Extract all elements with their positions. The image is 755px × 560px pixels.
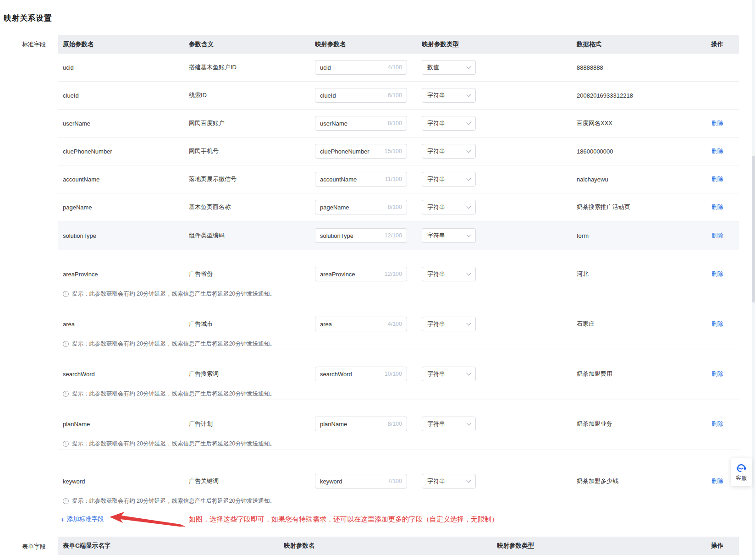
delete-button[interactable]: 删除 — [711, 320, 723, 327]
delay-hint-text: 提示：此参数获取会有约 20分钟延迟，线索信息产生后将延迟20分钟发送通知。 — [72, 290, 276, 298]
param-type-select[interactable]: 字符串 — [422, 228, 476, 243]
chevron-down-icon — [467, 121, 471, 125]
param-type-value: 字符串 — [427, 370, 445, 378]
param-type-select[interactable]: 字符串 — [422, 417, 476, 431]
original-param-name-cell: keyword — [58, 478, 189, 485]
table-row: planName广告计划8/100字符串奶茶加盟业务删除提示：此参数获取会有约 … — [58, 400, 739, 450]
param-type-cell: 字符串 — [422, 267, 577, 281]
delay-hint-text: 提示：此参数获取会有约 20分钟延迟，线索信息产生后将延迟20分钟发送通知。 — [72, 390, 276, 398]
param-type-select[interactable]: 字符串 — [422, 474, 476, 489]
add-standard-field-button[interactable]: 添加标准字段 — [61, 515, 104, 523]
headset-icon — [736, 462, 747, 473]
table-row: searchWord广告搜索词10/100字符串奶茶加盟费用删除提示：此参数获取… — [58, 350, 739, 400]
table-row-main: cluePhoneNumber网民手机号15/100字符串18600000000… — [58, 137, 739, 165]
standard-fields-gutter-label: 标准字段 — [0, 40, 46, 49]
mapped-param-cell: 10/100 — [315, 367, 422, 381]
param-type-value: 字符串 — [427, 270, 445, 278]
param-type-select[interactable]: 字符串 — [422, 200, 476, 214]
mapped-param-input[interactable] — [320, 271, 382, 278]
delete-button[interactable]: 删除 — [711, 203, 723, 210]
delete-button[interactable]: 删除 — [711, 232, 723, 239]
info-icon — [63, 391, 69, 397]
delete-button[interactable]: 删除 — [711, 420, 723, 427]
mapped-param-input-box: 12/100 — [315, 228, 407, 243]
param-type-cell: 字符串 — [422, 88, 577, 103]
mapped-param-input[interactable] — [320, 64, 385, 71]
delay-hint: 提示：此参数获取会有约 20分钟延迟，线索信息产生后将延迟20分钟发送通知。 — [58, 388, 739, 400]
mapped-param-input[interactable] — [320, 371, 382, 378]
param-type-select[interactable]: 字符串 — [422, 267, 476, 281]
chevron-down-icon — [467, 233, 471, 237]
operation-cell: 删除 — [689, 320, 739, 328]
original-param-name-cell: userName — [58, 120, 189, 127]
char-counter: 4/100 — [388, 64, 402, 71]
table-row-main: areaProvince广告省份12/100字符串河北删除 — [58, 260, 739, 288]
param-type-select[interactable]: 字符串 — [422, 88, 476, 103]
param-type-select[interactable]: 字符串 — [422, 172, 476, 187]
mapped-param-input[interactable] — [320, 120, 385, 127]
scrollbar-thumb[interactable] — [752, 156, 755, 302]
mapped-param-cell: 8/100 — [315, 417, 422, 431]
param-type-select[interactable]: 字符串 — [422, 317, 476, 331]
column-header-mapped-name: 映射参数名 — [284, 542, 497, 550]
table-row-main: planName广告计划8/100字符串奶茶加盟业务删除 — [58, 410, 739, 438]
mapped-param-input[interactable] — [320, 204, 385, 211]
mapped-param-cell: 8/100 — [315, 116, 422, 131]
mapped-param-input-box: 4/100 — [315, 60, 407, 75]
column-header-mapped-name: 映射参数名 — [315, 40, 422, 49]
param-type-cell: 字符串 — [422, 417, 577, 431]
delete-button[interactable]: 删除 — [711, 176, 723, 182]
param-type-select[interactable]: 字符串 — [422, 116, 476, 131]
mapped-param-input-box: 12/100 — [315, 267, 407, 281]
delay-hint: 提示：此参数获取会有约 20分钟延迟，线索信息产生后将延迟20分钟发送通知。 — [58, 438, 739, 450]
mapped-param-input[interactable] — [320, 421, 385, 428]
form-fields-gutter-label: 表单字段 — [0, 543, 46, 551]
data-format-cell: 奶茶加盟费用 — [577, 370, 689, 378]
operation-cell: 删除 — [689, 270, 739, 278]
delete-button[interactable]: 删除 — [711, 270, 723, 277]
chevron-down-icon — [467, 176, 471, 181]
chevron-down-icon — [467, 421, 471, 426]
delete-button[interactable]: 删除 — [711, 370, 723, 377]
param-type-value: 字符串 — [427, 203, 445, 211]
mapped-param-input[interactable] — [320, 321, 385, 328]
delay-hint: 提示：此参数获取会有约 20分钟延迟，线索信息产生后将延迟20分钟发送通知。 — [58, 495, 739, 507]
param-type-cell: 字符串 — [422, 474, 577, 489]
delay-hint-text: 提示：此参数获取会有约 20分钟延迟，线索信息产生后将延迟20分钟发送通知。 — [72, 340, 276, 348]
mapped-param-input[interactable] — [320, 478, 385, 485]
param-type-select[interactable]: 字符串 — [422, 144, 476, 159]
table-row: cluePhoneNumber网民手机号15/100字符串18600000000… — [58, 137, 739, 165]
customer-service-button[interactable]: 客服 — [731, 458, 752, 486]
info-icon — [63, 498, 69, 504]
mapped-param-input[interactable] — [320, 232, 382, 239]
mapped-param-input[interactable] — [320, 176, 382, 183]
delete-button[interactable]: 删除 — [711, 478, 723, 484]
mapped-param-cell: 12/100 — [315, 228, 422, 243]
add-standard-field-row: 添加标准字段 如图，选择这些字段即可，如果您有特殊需求，还可以在这里添加更多的字… — [58, 507, 739, 531]
delete-button[interactable]: 删除 — [711, 148, 723, 154]
page-title: 映射关系设置 — [4, 13, 52, 23]
data-format-cell: 奶茶加盟业务 — [577, 420, 689, 428]
chevron-down-icon — [467, 93, 471, 97]
param-meaning-cell: 搭建基木鱼账户ID — [189, 63, 315, 71]
mapped-param-input[interactable] — [320, 92, 385, 99]
char-counter: 8/100 — [388, 204, 402, 210]
char-counter: 7/100 — [388, 478, 402, 484]
operation-cell: 删除 — [689, 231, 739, 240]
operation-cell: 删除 — [689, 175, 739, 183]
chevron-down-icon — [467, 321, 471, 326]
param-type-select[interactable]: 字符串 — [422, 367, 476, 381]
mapped-param-cell: 11/100 — [315, 172, 422, 187]
annotation-arrow — [110, 511, 187, 528]
param-meaning-cell: 组件类型编码 — [189, 231, 315, 240]
mapped-param-input-box: 11/100 — [315, 172, 407, 187]
param-type-select[interactable]: 数值 — [422, 60, 476, 75]
mapped-param-input-box: 4/100 — [315, 317, 407, 331]
info-icon — [63, 341, 69, 347]
delete-button[interactable]: 删除 — [711, 120, 723, 126]
mapped-param-input-box: 8/100 — [315, 200, 407, 214]
char-counter: 4/100 — [388, 321, 402, 327]
mapped-param-input[interactable] — [320, 148, 382, 155]
column-header-meaning: 参数含义 — [189, 40, 315, 49]
data-format-cell: 奶茶搜索推广活动页 — [577, 203, 689, 211]
